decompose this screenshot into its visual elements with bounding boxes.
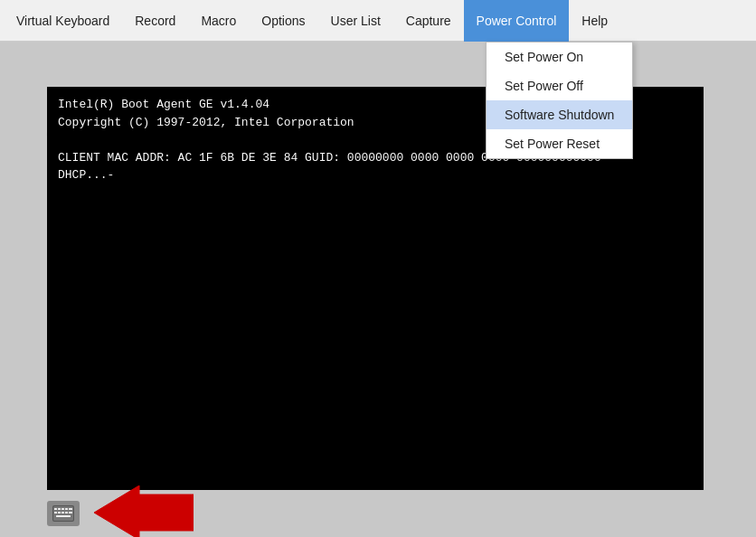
svg-rect-8: [69, 508, 72, 510]
svg-rect-13: [69, 512, 72, 513]
menu-virtual-keyboard[interactable]: Virtual Keyboard: [4, 0, 122, 42]
svg-rect-5: [58, 508, 61, 510]
svg-rect-14: [56, 515, 71, 517]
arrow-left-icon: [94, 485, 194, 538]
menu-capture[interactable]: Capture: [393, 0, 464, 42]
main-area: Intel(R) Boot Agent GE v1.4.04 Copyright…: [0, 42, 756, 537]
menubar: Virtual Keyboard Record Macro Options Us…: [0, 0, 756, 42]
svg-rect-9: [54, 512, 57, 513]
menu-help[interactable]: Help: [569, 0, 620, 42]
menu-user-list[interactable]: User List: [318, 0, 393, 42]
menu-record[interactable]: Record: [122, 0, 188, 42]
svg-rect-11: [61, 512, 64, 513]
bottom-bar: [0, 490, 756, 537]
power-control-dropdown: Set Power On Set Power Off Software Shut…: [486, 42, 633, 159]
dropdown-set-power-on[interactable]: Set Power On: [487, 42, 632, 71]
menu-options[interactable]: Options: [249, 0, 317, 42]
menu-macro[interactable]: Macro: [188, 0, 249, 42]
svg-marker-15: [94, 485, 194, 538]
svg-rect-6: [61, 508, 64, 510]
svg-rect-12: [65, 512, 68, 513]
keyboard-icon[interactable]: [47, 501, 80, 526]
terminal-line-5: DHCP...-: [58, 166, 693, 184]
menu-power-control[interactable]: Power Control: [464, 0, 570, 42]
dropdown-set-power-off[interactable]: Set Power Off: [487, 71, 632, 100]
dropdown-software-shutdown[interactable]: Software Shutdown: [487, 100, 632, 129]
svg-rect-10: [58, 512, 61, 513]
dropdown-set-power-reset[interactable]: Set Power Reset: [487, 129, 632, 158]
svg-rect-4: [54, 508, 57, 510]
svg-rect-7: [65, 508, 68, 510]
